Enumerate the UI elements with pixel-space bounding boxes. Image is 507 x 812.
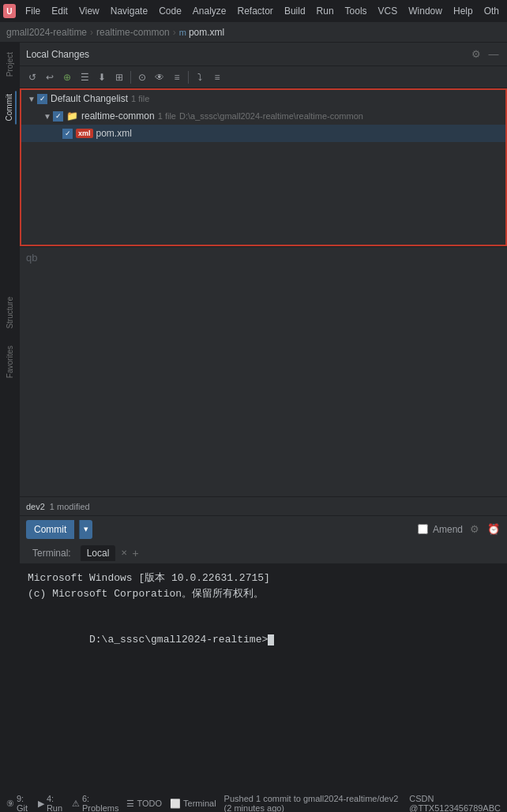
toolbar-expand2[interactable]: ⤵ [192, 69, 208, 85]
commit-clock-icon[interactable]: ⏰ [486, 522, 501, 537]
breadcrumb-sep-1: › [90, 27, 93, 38]
commit-btn-bar: Commit ▾ Amend ⚙ ⏰ [20, 515, 507, 542]
toolbar-down[interactable]: ⬇ [94, 69, 110, 85]
terminal-icon: ⬜ [170, 799, 181, 809]
terminal-line-1: Microsoft Windows [版本 10.0.22631.2715] [28, 571, 499, 586]
file-item[interactable]: xml pom.xml [21, 125, 505, 142]
module-item[interactable]: ▼ 📁 realtime-common 1 file D:\a_sssc\gma… [21, 107, 505, 125]
changelist-checkbox[interactable] [37, 94, 47, 104]
branch-status: 1 modified [50, 502, 90, 511]
terminal-label-status: Terminal [183, 799, 216, 808]
branch-bar: dev2 1 modified [20, 496, 507, 515]
status-todo[interactable]: ☰ TODO [126, 799, 162, 809]
toolbar-revert[interactable]: ↩ [42, 69, 58, 85]
breadcrumb-module[interactable]: realtime-common [96, 27, 170, 38]
amend-checkbox[interactable] [418, 524, 428, 534]
menu-edit[interactable]: Edit [47, 4, 73, 18]
commit-right: Amend ⚙ ⏰ [418, 522, 501, 537]
status-bar: ⑨ 9: Git ▶ 4: Run ⚠ 6: Problems ☰ TODO ⬜… [0, 795, 507, 812]
file-type-icon: m [179, 28, 186, 37]
menu-vcs[interactable]: VCS [374, 4, 403, 18]
sidebar-item-project[interactable]: Project [4, 49, 16, 80]
menu-view[interactable]: View [74, 4, 104, 18]
app-logo: U [3, 4, 16, 18]
left-sidebar: Project Commit Structure Favorites [0, 43, 20, 795]
todo-label: TODO [137, 799, 162, 808]
terminal-tab-local[interactable]: Local [81, 545, 116, 561]
menu-tools[interactable]: Tools [340, 4, 372, 18]
commit-panel: Local Changes ⚙ — ↺ ↩ ⊕ ☰ ⬇ ⊞ ⊙ 👁 ≡ ⤵ [20, 43, 507, 542]
terminal-area: Terminal: Local ✕ + Microsoft Windows [版… [20, 542, 507, 795]
breadcrumb-project[interactable]: gmall2024-realtime [6, 27, 87, 38]
amend-label: Amend [433, 524, 463, 535]
toolbar-collapse[interactable]: ≡ [209, 69, 225, 85]
run-icon: ▶ [38, 799, 44, 809]
terminal-tab-close[interactable]: ✕ [121, 548, 127, 557]
toolbar-add[interactable]: ⊕ [59, 69, 75, 85]
sidebar-item-favorites[interactable]: Favorites [4, 342, 16, 381]
xml-icon: xml [76, 129, 93, 138]
sidebar-item-structure[interactable]: Structure [4, 294, 16, 332]
commit-dropdown-button[interactable]: ▾ [79, 520, 92, 539]
menu-help[interactable]: Help [449, 4, 478, 18]
collapse-button[interactable]: — [486, 47, 501, 62]
pushed-text: Pushed 1 commit to gmall2024-realtime/de… [224, 794, 402, 812]
terminal-cursor [268, 634, 274, 645]
module-checkbox[interactable] [53, 111, 63, 122]
changelist-count: 1 file [131, 94, 149, 103]
commit-settings-icon[interactable]: ⚙ [468, 522, 482, 537]
toolbar-sort[interactable]: ≡ [169, 69, 185, 85]
todo-icon: ☰ [126, 799, 134, 809]
file-checkbox[interactable] [62, 129, 73, 139]
settings-button[interactable]: ⚙ [469, 47, 483, 62]
status-problems[interactable]: ⚠ 6: Problems [72, 794, 118, 812]
menu-run[interactable]: Run [312, 4, 339, 18]
menu-code[interactable]: Code [154, 4, 186, 18]
menu-analyze[interactable]: Analyze [188, 4, 231, 18]
terminal-line-4: D:\a_sssc\gmall2024-realtime> [28, 617, 499, 664]
terminal-line-3 [28, 601, 499, 617]
toolbar-eye[interactable]: 👁 [152, 69, 167, 85]
panel-title: Local Changes [26, 49, 89, 60]
menu-navigate[interactable]: Navigate [106, 4, 152, 18]
file-tree[interactable]: ▼ Default Changelist 1 file ▼ 📁 realtime… [20, 88, 507, 246]
status-terminal[interactable]: ⬜ Terminal [170, 799, 216, 809]
terminal-line-2: (c) Microsoft Corporation。保留所有权利。 [28, 586, 499, 602]
toolbar-expand[interactable]: ⊞ [111, 69, 127, 85]
module-label: realtime-common [81, 110, 155, 122]
toolbar-view[interactable]: ⊙ [134, 69, 150, 85]
menu-refactor[interactable]: Refactor [233, 4, 278, 18]
arrow-down-icon-2: ▼ [43, 112, 51, 121]
commit-message-placeholder[interactable]: qb [20, 246, 507, 496]
changelist-item[interactable]: ▼ Default Changelist 1 file [21, 90, 505, 107]
menu-window[interactable]: Window [404, 4, 447, 18]
problems-label: 6: Problems [82, 794, 118, 812]
module-count: 1 file [158, 111, 176, 121]
content-area: Local Changes ⚙ — ↺ ↩ ⊕ ☰ ⬇ ⊞ ⊙ 👁 ≡ ⤵ [20, 43, 507, 795]
status-run[interactable]: ▶ 4: Run [38, 794, 64, 812]
toolbar-separator-2 [188, 71, 189, 84]
commit-button[interactable]: Commit [26, 520, 74, 539]
arrow-down-icon: ▼ [28, 95, 36, 103]
problems-icon: ⚠ [72, 799, 80, 809]
terminal-content[interactable]: Microsoft Windows [版本 10.0.22631.2715] (… [20, 564, 507, 795]
menu-other[interactable]: Oth [479, 4, 504, 18]
sidebar-item-commit[interactable]: Commit [3, 91, 17, 124]
status-git[interactable]: ⑨ 9: Git [6, 794, 30, 812]
toolbar-refresh[interactable]: ↺ [24, 69, 40, 85]
toolbar-move[interactable]: ☰ [77, 69, 92, 85]
breadcrumb-file[interactable]: pom.xml [189, 27, 224, 38]
terminal-add-tab[interactable]: + [132, 547, 138, 559]
module-path: D:\a_sssc\gmall2024-realtime\realtime-co… [179, 111, 363, 121]
terminal-tabs: Terminal: Local ✕ + [20, 542, 507, 564]
csdn-label: CSDN @TTX5123456789ABC [409, 794, 501, 812]
changelist-label: Default Changelist [51, 93, 128, 104]
status-right: Pushed 1 commit to gmall2024-realtime/de… [224, 794, 501, 812]
panel-header: Local Changes ⚙ — [20, 43, 507, 66]
menu-build[interactable]: Build [280, 4, 310, 18]
terminal-label: Terminal: [26, 545, 77, 561]
breadcrumb: gmall2024-realtime › realtime-common › m… [0, 22, 507, 43]
menu-file[interactable]: File [21, 4, 45, 18]
branch-name: dev2 [26, 502, 45, 511]
git-label: 9: Git [17, 794, 30, 812]
